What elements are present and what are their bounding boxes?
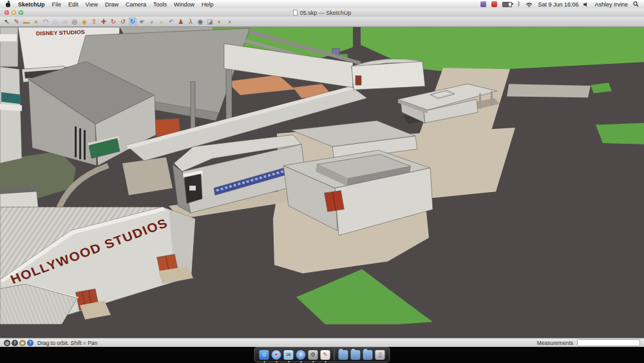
trash-icon[interactable]: ▯ [375,350,385,360]
eraser-tool[interactable]: ▱ [61,17,69,26]
window-titlebar[interactable]: 05.skp — SketchUp [0,8,644,17]
pipe-3 [84,130,86,160]
menu-item-edit[interactable]: Edit [68,1,79,8]
desktop: ☺✦✉♪⚙✎▯ [0,347,644,363]
folder-downloads-icon[interactable] [351,350,361,360]
pan-tool[interactable]: ☛ [138,17,146,26]
section-plane-tool[interactable]: ◪ [206,17,214,26]
bluetooth-icon[interactable]: ᛒ [517,1,520,7]
menubar-clock[interactable]: Sat 9 Jun 16:06 [538,1,578,8]
barrel-building-door [355,75,361,85]
left-edge-building [0,67,22,164]
orbit-tool[interactable]: ↻ [129,17,137,26]
fog-tool[interactable]: ◑ [225,17,233,26]
claim-icon[interactable]: ◈ [19,340,26,346]
canopy-leg-2 [491,91,493,105]
white-sill [0,104,22,111]
folder-applications-icon[interactable] [363,350,373,360]
credit-icon[interactable]: f [12,340,18,346]
offset-tool[interactable]: ↺ [119,17,127,26]
position-camera-tool[interactable]: ♟ [177,17,185,26]
wifi-icon[interactable] [526,2,533,7]
minimize-button[interactable] [12,10,16,15]
grass-patch-right [596,123,644,144]
entrance-sign [189,186,196,190]
menubar: SketchUp FileEditViewDrawCameraToolsWind… [0,0,644,9]
display-icon[interactable] [480,1,486,7]
screen: SketchUp FileEditViewDrawCameraToolsWind… [0,0,644,363]
help-icon[interactable]: ? [27,340,33,346]
circle-tool[interactable]: ● [32,17,40,26]
canopy-leg-1 [479,93,481,109]
timemachine-icon[interactable] [491,1,497,7]
measurements-input[interactable] [577,339,640,346]
menu-item-window[interactable]: Window [174,1,194,8]
toolbar: ↖✎▬●◠◇▱◎◆⇧✚↻↺↻☛⌕⌕↶♟λ◉◪◐◑ [0,17,644,27]
folder-documents-icon[interactable] [339,350,348,360]
status-hint: Drag to orbit. Shift = Pan [37,340,97,346]
zoom-extents-tool[interactable]: ⌕ [158,17,166,26]
itunes-icon[interactable]: ♪ [296,350,306,360]
close-button[interactable] [5,10,9,15]
arc-tool[interactable]: ◠ [42,17,50,26]
volume-icon[interactable] [583,2,589,7]
menu-item-file[interactable]: File [52,1,62,8]
menu-app-name[interactable]: SketchUp [18,1,45,8]
shadows-tool[interactable]: ◐ [216,17,223,26]
menu-item-camera[interactable]: Camera [126,1,146,8]
building-corner-band [0,34,17,41]
rectangle-tool[interactable]: ▬ [23,17,30,26]
safari-icon[interactable]: ✦ [272,350,281,360]
document-icon [293,10,298,15]
pipe-2 [79,128,81,159]
zoom-window-button[interactable] [19,10,23,15]
canopy-column-2 [191,81,195,130]
walk-tool[interactable]: λ [187,17,194,26]
pipe-1 [75,126,77,157]
finder-icon[interactable]: ☺ [260,350,269,360]
dock: ☺✦✉♪⚙✎▯ [254,347,390,362]
sketchup-dock-icon[interactable]: ✎ [321,350,330,360]
menubar-user[interactable]: Ashley Irvine [594,1,628,8]
move-tool[interactable]: ✚ [100,17,108,26]
look-around-tool[interactable]: ◉ [196,17,204,26]
menu-item-view[interactable]: View [86,1,98,8]
window-title: 05.skp — SketchUp [300,10,352,16]
previous-view-tool[interactable]: ↶ [167,17,175,26]
mail-icon[interactable]: ✉ [284,350,294,360]
battery-icon[interactable] [502,2,512,7]
system-preferences-icon[interactable]: ⚙ [308,350,318,360]
polygon-tool[interactable]: ◇ [52,17,59,26]
spotlight-icon[interactable] [633,1,639,7]
concrete-strip [507,84,591,97]
building-corner [0,27,18,67]
push-pull-tool[interactable]: ⇧ [90,17,98,26]
barrel-building [352,61,425,90]
select-tool[interactable]: ↖ [3,17,11,26]
rotate-tool[interactable]: ↻ [109,17,117,26]
model-viewport[interactable]: DISNEY STUDIOS [0,27,644,338]
paint-bucket-tool[interactable]: ◆ [80,17,88,26]
geolocation-icon[interactable]: ◍ [4,340,10,346]
line-tool[interactable]: ✎ [13,17,21,26]
menu-item-help[interactable]: Help [202,1,214,8]
zoom-tool[interactable]: ⌕ [148,17,156,26]
dock-separator [334,349,335,360]
measurements-label: Measurements [537,340,573,346]
tape-measure-tool[interactable]: ◎ [71,17,79,26]
menu-item-tools[interactable]: Tools [153,1,167,8]
menu-item-draw[interactable]: Draw [105,1,118,8]
statusbar: ◍f◈? Drag to orbit. Shift = Pan Measurem… [0,338,644,347]
apple-menu-icon[interactable] [5,1,11,7]
